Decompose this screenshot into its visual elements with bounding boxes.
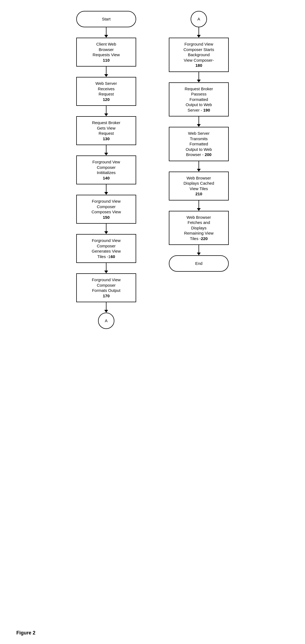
- step-110-node: Client WebBrowserRequests View110: [76, 38, 136, 67]
- step-110-text: Client WebBrowserRequests View110: [93, 41, 120, 63]
- arrow-line: [106, 106, 106, 113]
- arrow-4: [104, 145, 108, 155]
- arrow-r3: [197, 116, 201, 127]
- left-column: Start Client WebBrowserRequests View110 …: [68, 11, 144, 329]
- arrow-line: [199, 161, 199, 169]
- arrow-head: [197, 35, 201, 38]
- figure-label: Figure 2: [16, 630, 35, 636]
- arrow-line: [106, 67, 106, 74]
- arrow-head: [197, 208, 201, 211]
- step-130-text: Request BrokerGets ViewRequest130: [92, 120, 120, 141]
- arrow-r1: [197, 27, 201, 38]
- arrow-line: [106, 302, 106, 310]
- connector-a-right: A: [191, 11, 207, 27]
- arrow-8: [104, 302, 108, 313]
- step-220-text: Web BrowserFetches andDisplaysRemaining …: [184, 215, 213, 241]
- arrow-head: [104, 271, 108, 273]
- step-140-text: Forground VewComposerInititializes140: [92, 159, 120, 181]
- step-120-text: Web ServerReceivesRequest120: [96, 81, 117, 102]
- step-130-node: Request BrokerGets ViewRequest130: [76, 116, 136, 145]
- end-label: End: [195, 261, 203, 266]
- step-190-node: Request BrokerPassessFormattedOutput to …: [169, 82, 229, 117]
- step-220-node: Web BrowserFetches andDisplaysRemaining …: [169, 211, 229, 245]
- step-210-text: Web BrowserDisplays CachedView Tiles210: [184, 175, 214, 197]
- step-160-node: Forground ViewComposerGenerates ViewTile…: [76, 234, 136, 263]
- step-170-text: Forground ViewComposerFormats Output170: [92, 277, 121, 298]
- arrow-6: [104, 224, 108, 234]
- arrow-line: [199, 72, 199, 80]
- arrow-head: [197, 253, 201, 255]
- step-170-node: Forground ViewComposerFormats Output170: [76, 273, 136, 302]
- start-label: Start: [102, 16, 111, 22]
- arrow-head: [104, 310, 108, 313]
- arrow-1: [104, 27, 108, 38]
- step-160-text: Forground ViewComposerGenerates ViewTile…: [92, 238, 121, 259]
- flowchart-diagram: Start Client WebBrowserRequests View110 …: [0, 0, 305, 340]
- right-column: A Forground ViewComposer StartsBackgroun…: [161, 11, 237, 329]
- arrow-line: [106, 263, 106, 271]
- arrow-r4: [197, 161, 201, 172]
- start-node: Start: [76, 11, 136, 27]
- end-node: End: [169, 255, 229, 272]
- connector-a-left: A: [98, 313, 114, 329]
- arrow-line: [199, 27, 199, 35]
- arrow-head: [197, 169, 201, 172]
- arrow-head: [104, 153, 108, 155]
- step-150-node: Forground ViewComposerComposes View150: [76, 195, 136, 224]
- arrow-line: [199, 200, 199, 208]
- step-140-node: Forground VewComposerInititializes140: [76, 155, 136, 184]
- arrow-head: [104, 231, 108, 234]
- arrow-line: [106, 27, 106, 35]
- connector-a-right-label: A: [197, 16, 200, 22]
- arrow-head: [104, 74, 108, 77]
- arrow-head: [104, 192, 108, 195]
- arrow-r2: [197, 72, 201, 82]
- arrow-head: [197, 124, 201, 127]
- arrow-r6: [197, 245, 201, 255]
- step-200-node: Web ServerTransmitsFormattedOutput to We…: [169, 127, 229, 161]
- step-190-text: Request BrokerPassessFormattedOutput to …: [185, 86, 213, 113]
- arrow-head: [104, 113, 108, 116]
- arrow-head: [104, 35, 108, 38]
- arrow-line: [106, 224, 106, 231]
- step-150-text: Forground ViewComposerComposes View150: [91, 199, 121, 220]
- arrow-r5: [197, 200, 201, 211]
- step-210-node: Web BrowserDisplays CachedView Tiles210: [169, 172, 229, 200]
- step-120-node: Web ServerReceivesRequest120: [76, 77, 136, 106]
- arrow-3: [104, 106, 108, 116]
- arrow-line: [199, 116, 199, 124]
- arrow-line: [199, 245, 199, 253]
- arrow-head: [197, 80, 201, 82]
- arrow-7: [104, 263, 108, 273]
- arrow-line: [106, 145, 106, 153]
- connector-a-left-label: A: [105, 318, 108, 324]
- step-180-text: Forground ViewComposer StartsBackgroundV…: [184, 41, 214, 68]
- arrow-2: [104, 67, 108, 77]
- arrow-line: [106, 184, 106, 192]
- arrow-5: [104, 184, 108, 195]
- step-180-node: Forground ViewComposer StartsBackgroundV…: [169, 38, 229, 72]
- step-200-text: Web ServerTransmitsFormattedOutput to We…: [186, 131, 212, 157]
